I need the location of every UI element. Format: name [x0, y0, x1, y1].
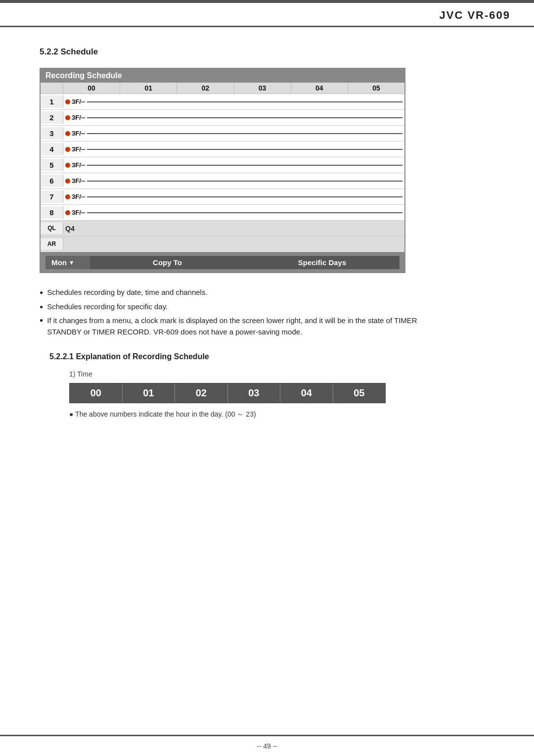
ar-label: AR	[41, 238, 63, 249]
ql-row: QL Q4	[41, 221, 404, 236]
channel-entry-2: 3F/--	[65, 114, 402, 121]
row-label-7: 7	[41, 190, 63, 203]
ar-row: AR	[41, 236, 404, 252]
recording-schedule-table: Recording Schedule 00 01 02 03 04 05 1 3…	[40, 68, 405, 273]
ar-content	[63, 243, 404, 245]
channel-dot-8	[65, 210, 70, 215]
row-content-2: 3F/--	[63, 113, 404, 122]
time-bar-05: 05	[333, 383, 386, 403]
row-content-8: 3F/--	[63, 208, 404, 217]
copy-to-button[interactable]: Copy To	[90, 256, 245, 269]
time-01: 01	[120, 83, 177, 94]
table-row: 7 3F/--	[41, 189, 404, 205]
page-footer: -- 49 --	[0, 735, 534, 756]
ql-value: Q4	[65, 225, 402, 233]
row-label-1: 1	[41, 95, 63, 108]
list-text-3: If it changes from a menu, a clock mark …	[47, 315, 443, 337]
channel-bar-8	[87, 212, 402, 213]
channel-text-7: 3F/--	[72, 193, 85, 200]
schedule-header: Recording Schedule	[41, 69, 404, 83]
channel-entry-4: 3F/--	[65, 145, 402, 153]
time-00: 00	[63, 83, 120, 94]
channel-text-4: 3F/--	[72, 145, 85, 153]
channel-bar-6	[87, 181, 402, 182]
table-row: 6 3F/--	[41, 173, 404, 189]
row-content-1: 3F/--	[63, 97, 404, 106]
channel-dot-5	[65, 163, 70, 168]
time-04: 04	[291, 83, 348, 94]
time-05: 05	[348, 83, 404, 94]
channel-entry-6: 3F/--	[65, 177, 402, 185]
row-label-2: 2	[41, 111, 63, 124]
row-label-8: 8	[41, 206, 63, 219]
copy-to-label: Copy To	[153, 258, 182, 267]
channel-bar-3	[87, 133, 402, 134]
feature-list: ● Schedules recording by date, time and …	[40, 287, 504, 337]
channel-entry-3: 3F/--	[65, 130, 402, 137]
time-bar-00: 00	[70, 383, 123, 403]
channel-entry-8: 3F/--	[65, 209, 402, 216]
time-label: 1) Time	[40, 370, 504, 378]
row-label-4: 4	[41, 143, 63, 155]
channel-dot-6	[65, 179, 70, 184]
channel-bar-2	[87, 117, 402, 118]
channel-bar-4	[87, 149, 402, 150]
table-row: 3 3F/--	[41, 126, 404, 142]
time-bar-01: 01	[123, 383, 176, 403]
channel-entry-7: 3F/--	[65, 193, 402, 200]
bullet-filled-icon: ●	[40, 316, 43, 325]
list-item: ● Schedules recording for specific day.	[40, 301, 504, 313]
row-content-5: 3F/--	[63, 160, 404, 170]
table-row: 4 3F/--	[41, 142, 404, 157]
row-label-6: 6	[41, 175, 63, 187]
time-02: 02	[177, 83, 234, 94]
channel-text-2: 3F/--	[72, 114, 85, 121]
page-header: JVC VR-609	[0, 0, 534, 27]
top-decorative-bar	[0, 0, 534, 3]
row-label-5: 5	[41, 159, 63, 171]
time-cells: 00 01 02 03 04 05	[63, 83, 404, 94]
channel-bar-7	[87, 196, 402, 197]
channel-entry-5: 3F/--	[65, 161, 402, 169]
channel-entry-1: 3F/--	[65, 98, 402, 105]
time-header-row: 00 01 02 03 04 05	[41, 83, 404, 94]
channel-text-1: 3F/--	[72, 98, 85, 105]
table-row: 1 3F/--	[41, 94, 404, 110]
row-content-6: 3F/--	[63, 176, 404, 186]
row-label-3: 3	[41, 127, 63, 140]
list-item: ● Schedules recording by date, time and …	[40, 287, 504, 298]
table-row: 5 3F/--	[41, 157, 404, 173]
subsection-title: 5.2.2.1 Explanation of Recording Schedul…	[40, 352, 504, 361]
schedule-controls: Mon ▼ Copy To Specific Days	[41, 252, 404, 272]
list-text-2: Schedules recording for specific day.	[47, 301, 168, 313]
channel-text-5: 3F/--	[72, 161, 85, 169]
channel-text-6: 3F/--	[72, 177, 85, 185]
row-label-empty	[41, 83, 63, 94]
channel-text-8: 3F/--	[72, 209, 85, 216]
time-bar-03: 03	[228, 383, 281, 403]
channel-dot-7	[65, 194, 70, 199]
section-title: 5.2.2 Schedule	[40, 47, 504, 57]
page-number: -- 49 --	[257, 742, 277, 750]
bullet-open-icon-2: ●	[40, 302, 43, 311]
channel-dot-4	[65, 147, 70, 152]
specific-days-button[interactable]: Specific Days	[245, 256, 400, 269]
time-bar-04: 04	[280, 383, 333, 403]
channel-dot-2	[65, 115, 70, 120]
day-label: Mon	[51, 258, 67, 267]
main-content: 5.2.2 Schedule Recording Schedule 00 01 …	[0, 27, 534, 449]
ql-content: Q4	[63, 224, 404, 234]
channel-dot-1	[65, 99, 70, 104]
channel-bar-5	[87, 165, 402, 166]
day-select-button[interactable]: Mon ▼	[45, 256, 90, 269]
table-row: 2 3F/--	[41, 110, 404, 126]
list-item: ● If it changes from a menu, a clock mar…	[40, 315, 504, 337]
list-text-1: Schedules recording by date, time and ch…	[47, 287, 207, 298]
channel-text-3: 3F/--	[72, 130, 85, 137]
bullet-open-icon: ●	[40, 288, 43, 297]
brand-title: JVC VR-609	[439, 9, 510, 22]
channel-bar-1	[87, 101, 402, 102]
ql-label: QL	[41, 223, 63, 234]
row-content-4: 3F/--	[63, 144, 404, 154]
row-content-3: 3F/--	[63, 129, 404, 138]
